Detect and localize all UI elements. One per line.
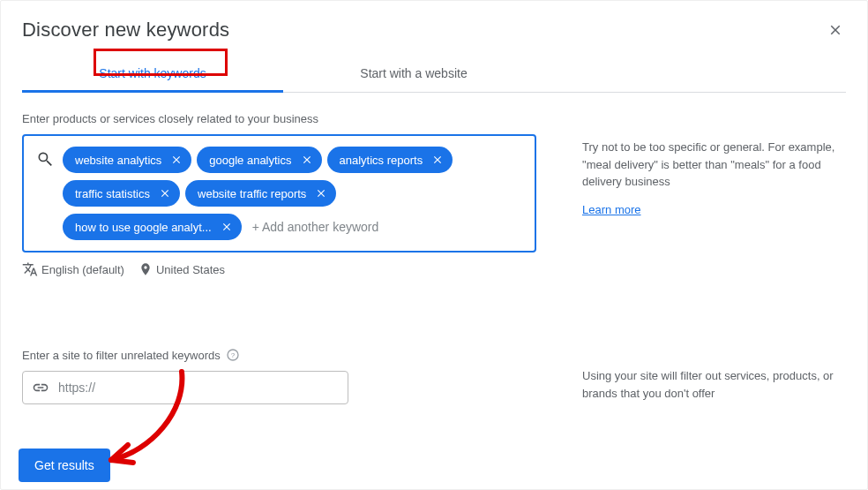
remove-chip-button[interactable]	[157, 185, 173, 201]
tab-start-with-website[interactable]: Start with a website	[283, 56, 544, 92]
close-icon	[159, 187, 171, 200]
keyword-tip: Try not to be too specific or general. F…	[582, 112, 846, 191]
help-icon[interactable]: ?	[226, 348, 240, 362]
tab-start-with-keywords[interactable]: Start with keywords	[22, 56, 283, 92]
get-results-button[interactable]: Get results	[19, 449, 110, 482]
remove-chip-button[interactable]	[168, 152, 184, 168]
site-input-box[interactable]	[22, 371, 348, 404]
keyword-chip[interactable]: website analytics	[63, 147, 191, 173]
close-icon	[221, 221, 233, 233]
close-button[interactable]	[825, 19, 846, 41]
remove-chip-button[interactable]	[299, 152, 315, 168]
tabs: Start with keywords Start with a website	[22, 56, 846, 93]
keyword-input-box[interactable]: website analytics google analytics analy…	[22, 134, 536, 253]
keyword-chip[interactable]: how to use google analyt...	[63, 214, 242, 240]
remove-chip-button[interactable]	[219, 219, 235, 235]
close-icon	[315, 187, 327, 200]
site-tip: Using your site will filter out services…	[582, 348, 846, 402]
keywords-label: Enter products or services closely relat…	[22, 112, 536, 125]
keyword-chip[interactable]: website traffic reports	[185, 180, 336, 207]
remove-chip-button[interactable]	[313, 185, 329, 201]
keyword-chip[interactable]: google analytics	[197, 147, 321, 173]
chip-label: analytics reports	[340, 154, 423, 167]
site-url-input[interactable]	[58, 381, 339, 395]
add-keyword-input[interactable]	[247, 215, 412, 239]
remove-chip-button[interactable]	[430, 152, 445, 168]
translate-icon	[22, 261, 38, 277]
keyword-chip[interactable]: traffic statistics	[63, 180, 180, 207]
search-icon	[34, 143, 63, 168]
svg-text:?: ?	[231, 351, 236, 359]
chip-label: website traffic reports	[198, 187, 306, 200]
language-filter[interactable]: English (default)	[41, 263, 124, 276]
close-icon	[301, 154, 313, 166]
chip-label: website analytics	[75, 154, 161, 167]
page-title: Discover new keywords	[22, 19, 229, 41]
chip-label: how to use google analyt...	[75, 221, 212, 234]
location-icon	[138, 262, 153, 276]
keyword-chip[interactable]: analytics reports	[327, 147, 453, 173]
site-filter-label: Enter a site to filter unrelated keyword…	[22, 349, 221, 362]
close-icon	[170, 154, 183, 166]
close-icon	[431, 154, 444, 166]
close-icon	[827, 22, 843, 38]
chip-label: google analytics	[209, 154, 291, 167]
link-icon	[32, 379, 49, 396]
chip-label: traffic statistics	[75, 187, 150, 200]
location-filter[interactable]: United States	[156, 263, 225, 276]
learn-more-link[interactable]: Learn more	[582, 203, 640, 216]
